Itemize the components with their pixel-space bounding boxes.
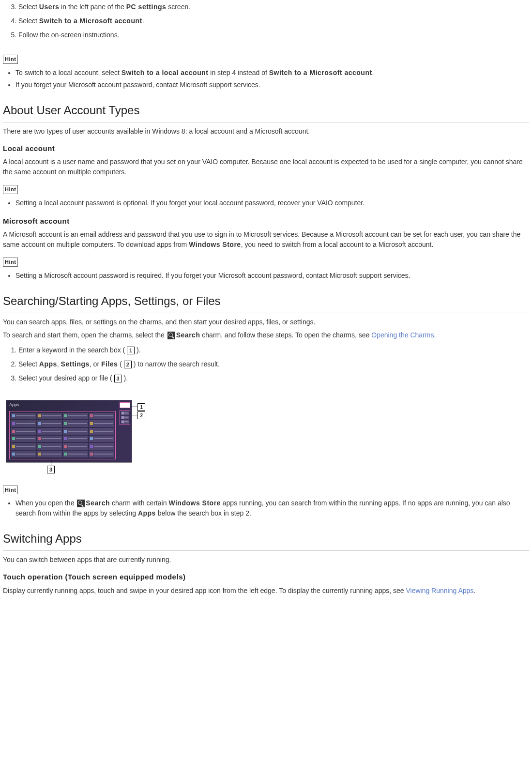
hint-list-search: When you open the Search charm with cert…	[3, 497, 529, 519]
hint-label: Hint	[3, 486, 18, 495]
step-5: Follow the on-screen instructions.	[18, 28, 529, 42]
local-account-desc: A local account is a user name and passw…	[3, 157, 529, 177]
hint-a-item-1: To switch to a local account, select Swi…	[15, 67, 529, 79]
step-b3: Select your desired app or file ( 3 ).	[18, 371, 529, 385]
callout-2-icon: 2	[137, 411, 145, 419]
callout-1-icon: 1	[127, 347, 135, 354]
link-viewing-running-apps[interactable]: Viewing Running Apps	[406, 587, 473, 594]
step-b1: Enter a keyword in the search box ( 1 ).	[18, 343, 529, 357]
search-intro-2: To search and start them, open the charm…	[3, 330, 529, 340]
hint-list-a: To switch to a local account, select Swi…	[3, 67, 529, 91]
search-icon	[167, 332, 175, 339]
heading-touch-operation: Touch operation (Touch screen equipped m…	[3, 572, 529, 583]
callout-2-icon: 2	[124, 361, 132, 368]
hint-search-item-1: When you open the Search charm with cert…	[15, 497, 529, 519]
figure-side-panel	[118, 400, 132, 463]
figure-callout-2: 2	[131, 411, 145, 419]
heading-microsoft-account: Microsoft account	[3, 216, 529, 227]
heading-local-account: Local account	[3, 143, 529, 154]
callout-1-icon: 1	[137, 403, 145, 411]
hint-list-ms: Setting a Microsoft account password is …	[3, 270, 529, 282]
figure-callout-1: 1	[131, 403, 145, 411]
link-opening-charms[interactable]: Opening the Charms	[371, 331, 434, 339]
touch-desc: Display currently running apps, touch an…	[3, 586, 529, 596]
callout-3-icon: 3	[114, 375, 122, 382]
hint-a-item-2: If you forget your Microsoft account pas…	[15, 79, 529, 91]
step-4: Select Switch to a Microsoft account.	[18, 14, 529, 28]
step-b2: Select Apps, Settings, or Files ( 2 ) to…	[18, 357, 529, 371]
hint-label: Hint	[3, 258, 18, 267]
figure-search-box	[120, 402, 130, 408]
heading-searching-starting: Searching/Starting Apps, Settings, or Fi…	[3, 292, 529, 313]
hint-ms-item-1: Setting a Microsoft account password is …	[15, 270, 529, 282]
search-icon	[77, 500, 85, 507]
search-figure: Apps	[3, 400, 148, 475]
hint-label: Hint	[3, 55, 18, 64]
hint-local-item-1: Setting a local account password is opti…	[15, 197, 529, 209]
figure-categories	[120, 410, 130, 425]
hint-list-local: Setting a local account password is opti…	[3, 197, 529, 209]
microsoft-account-desc: A Microsoft account is an email address …	[3, 229, 529, 250]
search-intro-1: You can search apps, files, or settings …	[3, 317, 529, 327]
step-3: Select Users in the left pane of the PC …	[18, 0, 529, 14]
figure-callout-3: 3	[47, 459, 55, 473]
heading-about-account-types: About User Account Types	[3, 102, 529, 122]
about-intro: There are two types of user accounts ava…	[3, 126, 529, 137]
switch-intro: You can switch between apps that are cur…	[3, 555, 529, 565]
figure-apps-label: Apps	[6, 400, 119, 410]
hint-label: Hint	[3, 185, 18, 194]
heading-switching-apps: Switching Apps	[3, 530, 529, 551]
steps-list-a: Select Users in the left pane of the PC …	[3, 0, 529, 42]
steps-list-b: Enter a keyword in the search box ( 1 ).…	[3, 343, 529, 385]
figure-main-panel: Apps	[6, 400, 119, 463]
callout-3-icon: 3	[47, 466, 55, 473]
figure-apps-grid	[9, 411, 116, 459]
